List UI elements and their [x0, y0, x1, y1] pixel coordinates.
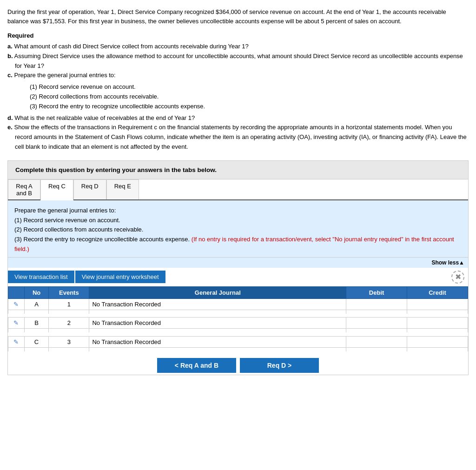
req-c: c. Prepare the general journal entries t…	[7, 71, 469, 111]
tab-req-ab[interactable]: Req Aand B	[8, 179, 40, 199]
edit-icon-cell-a[interactable]: ✎	[8, 298, 25, 310]
tabs-row: Req Aand B Req C Req D Req E	[8, 179, 468, 200]
row-a-event: 1	[49, 298, 89, 310]
tab-content-req-c: Prepare the general journal entries to: …	[8, 200, 468, 258]
row-b-debit[interactable]	[346, 318, 407, 329]
req-b: b. Assuming Direct Service uses the allo…	[7, 52, 469, 71]
close-icon[interactable]: ✖	[451, 271, 464, 284]
next-button[interactable]: Req D >	[240, 358, 319, 373]
table-row-sub	[8, 310, 468, 314]
nav-buttons-row: < Req A and B Req D >	[8, 351, 468, 375]
complete-box: Complete this question by entering your …	[7, 160, 469, 179]
edit-icon-cell-a2	[8, 310, 25, 314]
prev-button[interactable]: < Req A and B	[157, 358, 236, 373]
req-e: e. Show the effects of the transactions …	[7, 123, 469, 152]
req-c-sublist: (1) Record service revenue on account. (…	[15, 82, 469, 111]
table-row: ✎ B 2 No Transaction Recorded	[8, 318, 468, 329]
tabs-container: Req Aand B Req C Req D Req E Prepare the…	[7, 179, 469, 375]
edit-icon-cell-c[interactable]: ✎	[8, 336, 25, 347]
row-c-no: C	[24, 336, 48, 347]
row-c-credit[interactable]	[407, 336, 468, 347]
th-edit	[8, 286, 25, 298]
row-b-no: B	[24, 318, 48, 329]
instruction-line4: (3) Record the entry to recognize uncoll…	[14, 235, 462, 254]
row-b-event: 2	[49, 318, 89, 329]
instruction-line2: (1) Record service revenue on account.	[14, 216, 462, 225]
th-credit: Credit	[407, 286, 468, 298]
edit-icon-a[interactable]: ✎	[13, 301, 19, 308]
divider-row	[8, 332, 468, 336]
req-a: a. What amount of cash did Direct Servic…	[7, 42, 469, 52]
instruction-line3: (2) Record collections from accounts rec…	[14, 225, 462, 235]
view-buttons-row: View transaction list View journal entry…	[8, 268, 468, 286]
row-c-event: 3	[49, 336, 89, 347]
edit-icon-cell-b[interactable]: ✎	[8, 318, 25, 329]
th-no: No	[24, 286, 48, 298]
requirements-list: a. What amount of cash did Direct Servic…	[7, 42, 469, 152]
tab-req-d[interactable]: Req D	[73, 179, 106, 199]
row-a-no: A	[24, 298, 48, 310]
edit-icon-b[interactable]: ✎	[13, 319, 19, 326]
req-d: d. What is the net realizable value of r…	[7, 113, 469, 123]
th-general-journal: General Journal	[89, 286, 346, 298]
th-debit: Debit	[346, 286, 407, 298]
edit-icon-c[interactable]: ✎	[13, 338, 19, 345]
row-b-gj[interactable]: No Transaction Recorded	[89, 318, 346, 329]
view-transaction-list-button[interactable]: View transaction list	[8, 271, 74, 283]
row-c-debit[interactable]	[346, 336, 407, 347]
table-row-sub	[8, 329, 468, 333]
show-less[interactable]: Show less▲	[8, 258, 468, 268]
table-row-sub	[8, 347, 468, 351]
tab-req-c[interactable]: Req C	[40, 179, 73, 200]
tab-req-e[interactable]: Req E	[106, 179, 139, 199]
view-journal-entry-worksheet-button[interactable]: View journal entry worksheet	[75, 271, 165, 283]
table-row: ✎ C 3 No Transaction Recorded	[8, 336, 468, 347]
th-events: Events	[49, 286, 89, 298]
row-a-credit[interactable]	[407, 298, 468, 310]
table-row: ✎ A 1 No Transaction Recorded	[8, 298, 468, 310]
divider-row	[8, 314, 468, 318]
journal-table: No Events General Journal Debit Credit ✎…	[8, 286, 468, 351]
instruction-line1: Prepare the general journal entries to:	[14, 206, 462, 216]
row-a-debit[interactable]	[346, 298, 407, 310]
row-a-gj[interactable]: No Transaction Recorded	[89, 298, 346, 310]
row-c-gj[interactable]: No Transaction Recorded	[89, 336, 346, 347]
required-label: Required	[7, 32, 469, 39]
row-b-credit[interactable]	[407, 318, 468, 329]
problem-intro: During the first year of operation, Year…	[7, 7, 469, 26]
